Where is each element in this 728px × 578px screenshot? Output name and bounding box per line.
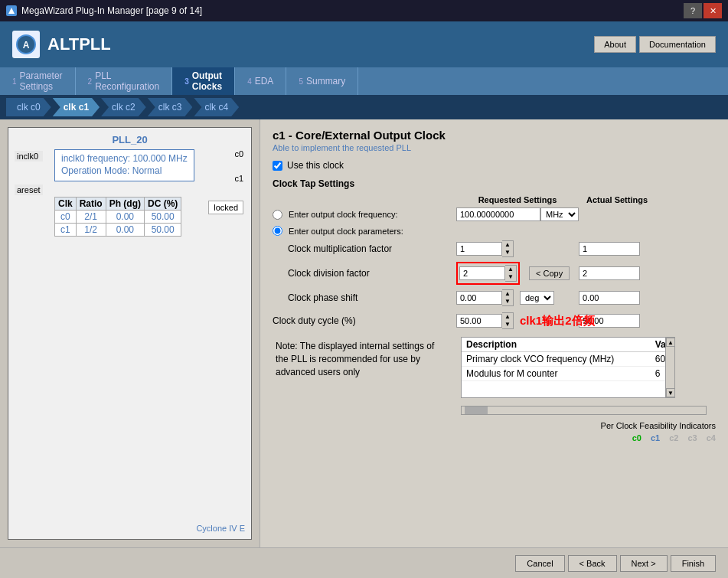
note-text: Note: The displayed internal settings of… bbox=[276, 340, 446, 378]
table-header-ratio: Ratio bbox=[76, 198, 106, 211]
tab-pll-reconfig[interactable]: 2 PLLReconfiguration bbox=[76, 67, 173, 95]
horizontal-scrollbar[interactable] bbox=[461, 406, 707, 415]
feasibility-c4: c4 bbox=[707, 433, 716, 442]
desc-row1-label: Primary clock VCO frequency (MHz) bbox=[462, 352, 651, 367]
svg-marker-0 bbox=[8, 8, 15, 14]
window-controls: ? ✕ bbox=[684, 3, 722, 18]
radio-freq-label: Enter output clock frequency: bbox=[289, 210, 397, 219]
locked-label: locked bbox=[208, 201, 243, 214]
left-panel: PLL_20 inclk0 areset inclk0 frequency: 1… bbox=[0, 119, 260, 547]
logo-icon: A bbox=[12, 31, 40, 58]
radio-params[interactable] bbox=[273, 226, 282, 236]
desc-row2-label: Modulus for M counter bbox=[462, 367, 651, 381]
section-subtitle[interactable]: Able to implement the requested PLL bbox=[273, 143, 716, 152]
div-label: Clock division factor bbox=[288, 268, 370, 279]
back-button[interactable]: < Back bbox=[568, 555, 617, 572]
div-spin: ▲ ▼ bbox=[459, 265, 517, 282]
tab-summary[interactable]: 5 Summary bbox=[286, 67, 358, 95]
tab-eda[interactable]: 4 EDA bbox=[235, 67, 286, 95]
mult-spin-down[interactable]: ▼ bbox=[502, 249, 513, 256]
titlebar: MegaWizard Plug-In Manager [page 9 of 14… bbox=[0, 0, 728, 21]
cyclone-label: Cyclone IV E bbox=[196, 524, 245, 533]
row-c0-dc: 50.00 bbox=[145, 211, 181, 224]
phase-value-input[interactable] bbox=[456, 291, 502, 305]
feasibility-clocks: c0 c1 c2 c3 c4 bbox=[461, 433, 716, 442]
mult-label: Clock multiplication factor bbox=[288, 243, 392, 254]
duty-value-input[interactable] bbox=[456, 314, 502, 328]
cancel-button[interactable]: Cancel bbox=[515, 555, 564, 572]
feasibility-c3: c3 bbox=[688, 433, 697, 442]
freq-value-input[interactable] bbox=[456, 207, 540, 221]
row-c0-ph: 0.00 bbox=[106, 211, 144, 224]
scroll-up-arrow[interactable]: ▲ bbox=[666, 338, 675, 347]
use-clock-label: Use this clock bbox=[287, 160, 344, 171]
duty-spin-down[interactable]: ▼ bbox=[502, 321, 513, 328]
clock-tab-c1[interactable]: clk c1 bbox=[53, 98, 100, 116]
feasibility-c1: c1 bbox=[651, 433, 660, 442]
clock-tab-c0[interactable]: clk c0 bbox=[6, 98, 51, 116]
finish-button[interactable]: Finish bbox=[671, 555, 716, 572]
table-row: Modulus for M counter 6 bbox=[462, 367, 674, 381]
output-c1: c1 bbox=[234, 174, 243, 183]
table-row: c0 2/1 0.00 50.00 bbox=[55, 211, 181, 224]
desc-header-description: Description bbox=[462, 338, 651, 352]
copy-button[interactable]: < Copy bbox=[529, 266, 570, 280]
wizard-tabs: 1 ParameterSettings 2 PLLReconfiguration… bbox=[0, 67, 728, 95]
window-title: MegaWizard Plug-In Manager [page 9 of 14… bbox=[21, 5, 202, 16]
clock-tab-c2[interactable]: clk c2 bbox=[101, 98, 146, 116]
div-spin-btns: ▲ ▼ bbox=[505, 265, 517, 282]
radio-freq[interactable] bbox=[273, 210, 282, 220]
div-spin-up[interactable]: ▲ bbox=[505, 266, 516, 273]
phase-spin: ▲ ▼ bbox=[456, 289, 514, 306]
note-box: Note: The displayed internal settings of… bbox=[273, 337, 449, 442]
phase-label: Clock phase shift bbox=[288, 292, 357, 303]
phase-spin-down[interactable]: ▼ bbox=[502, 298, 513, 305]
freq-unit-select[interactable]: MHz KHz bbox=[540, 207, 579, 221]
clock-tabs: clk c0 clk c1 clk c2 clk c3 clk c4 bbox=[0, 95, 728, 119]
mult-value-input[interactable] bbox=[456, 242, 502, 256]
clock-tab-c3[interactable]: clk c3 bbox=[148, 98, 193, 116]
div-row: Clock division factor ▲ ▼ < Copy bbox=[273, 262, 716, 285]
use-clock-row: Use this clock bbox=[273, 160, 716, 171]
row-c0-clk: c0 bbox=[55, 211, 77, 224]
close-button[interactable]: ✕ bbox=[704, 3, 722, 18]
table-header-ph: Ph (dg) bbox=[106, 198, 144, 211]
duty-spin-up[interactable]: ▲ bbox=[502, 313, 513, 321]
desc-section: Description Va Primary clock VCO frequen… bbox=[461, 337, 716, 442]
phase-spin-up[interactable]: ▲ bbox=[502, 290, 513, 298]
div-actual-input bbox=[579, 266, 640, 280]
duty-spin: ▲ ▼ bbox=[456, 312, 514, 329]
scroll-down-arrow[interactable]: ▼ bbox=[666, 388, 675, 397]
about-button[interactable]: About bbox=[594, 36, 636, 53]
feasibility-c2: c2 bbox=[669, 433, 678, 442]
feasibility-label: Per Clock Feasibility Indicators bbox=[461, 421, 716, 430]
mult-spin-btns: ▲ ▼ bbox=[502, 240, 514, 257]
areset-label: areset bbox=[15, 185, 43, 195]
freq-input-group: MHz KHz bbox=[456, 207, 579, 221]
next-button[interactable]: Next > bbox=[620, 555, 668, 572]
phase-unit-select[interactable]: deg ps bbox=[520, 291, 554, 305]
duty-spin-btns: ▲ ▼ bbox=[502, 312, 514, 329]
row-c1-ph: 0.00 bbox=[106, 224, 144, 237]
clock-tab-c4[interactable]: clk c4 bbox=[194, 98, 239, 116]
tab-output-clocks[interactable]: 3 OutputClocks bbox=[172, 67, 235, 95]
row-c1-ratio: 1/2 bbox=[76, 224, 106, 237]
mult-row: Clock multiplication factor ▲ ▼ bbox=[273, 240, 716, 257]
mult-spin-up[interactable]: ▲ bbox=[502, 241, 513, 249]
help-button[interactable]: ? bbox=[684, 3, 702, 18]
pll-info-box: inclk0 frequency: 100.000 MHz Operation … bbox=[54, 149, 194, 181]
div-value-input[interactable] bbox=[459, 266, 505, 280]
pll-mode-info: Operation Mode: Normal bbox=[61, 165, 188, 176]
tab-parameter-settings[interactable]: 1 ParameterSettings bbox=[0, 67, 76, 95]
hscroll-thumb[interactable] bbox=[465, 407, 488, 414]
output-c0: c0 bbox=[234, 149, 243, 158]
mult-actual-input bbox=[579, 242, 640, 256]
table-header-dc: DC (%) bbox=[145, 198, 181, 211]
section-title: c1 - Core/External Output Clock bbox=[273, 129, 716, 142]
radio-params-label: Enter output clock parameters: bbox=[289, 227, 403, 236]
pll-outputs: c0 c1 bbox=[234, 149, 243, 186]
documentation-button[interactable]: Documentation bbox=[639, 36, 716, 53]
annotation-text: clk1输出2倍频 bbox=[520, 314, 595, 328]
use-clock-checkbox[interactable] bbox=[273, 161, 282, 171]
div-spin-down[interactable]: ▼ bbox=[505, 273, 516, 281]
